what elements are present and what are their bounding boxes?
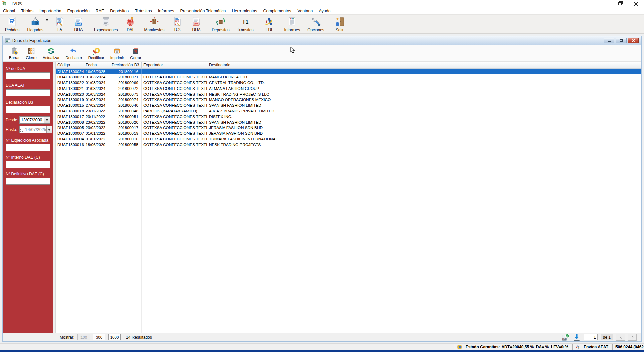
- table-cell: DUAE1800008: [56, 119, 84, 125]
- toolbar-button-i-5[interactable]: I-5I-5: [50, 15, 69, 33]
- page-size-button-300[interactable]: 300: [93, 334, 105, 340]
- table-row[interactable]: DUAE180000701/01/2022201800019COTEXSA CO…: [56, 131, 641, 136]
- window-title: - TVD® -: [8, 1, 25, 6]
- menu-item-depositos[interactable]: Depósitos: [107, 8, 132, 14]
- table-cell: DUAE1800021: [56, 85, 84, 91]
- menu-item-importacion[interactable]: Importación: [36, 8, 64, 14]
- child-minimize-button[interactable]: [604, 38, 614, 43]
- page-number-input[interactable]: [584, 334, 598, 340]
- table-row[interactable]: DUAE180001527/02/2024201800040COTEXSA CO…: [56, 103, 641, 108]
- table-filler: [56, 148, 641, 333]
- child-toolbar-button-actualizar[interactable]: Actualizar: [40, 45, 63, 61]
- export-xls-icon[interactable]: XLS: [561, 333, 570, 341]
- num-definitivo-input[interactable]: [6, 178, 50, 185]
- num-dua-input[interactable]: [6, 72, 50, 79]
- child-close-button[interactable]: [628, 38, 639, 43]
- table-cell: 201800055: [110, 142, 142, 148]
- mouse-cursor: [290, 47, 296, 55]
- table-cell: 201800019: [110, 131, 142, 136]
- menu-item-ayuda[interactable]: Ayuda: [316, 8, 333, 14]
- child-titlebar[interactable]: Duas de Exportación: [3, 36, 641, 45]
- previous-page-button[interactable]: [616, 334, 625, 341]
- hasta-dropdown-button[interactable]: [46, 126, 52, 133]
- num-expedicion-input[interactable]: [6, 144, 50, 151]
- num-interno-input[interactable]: [6, 161, 50, 168]
- table-row[interactable]: DUAE180001723/11/2022201800051COTEXSA CO…: [56, 114, 641, 119]
- table-row[interactable]: DUAE180001901/03/2024201800074COTEXSA CO…: [56, 97, 641, 103]
- table-row[interactable]: DUAE180002001/03/2024201800073COTEXSA CO…: [56, 91, 641, 97]
- table-row[interactable]: DUAE180002201/03/2024201800069COTEXSA CO…: [56, 80, 641, 86]
- toolbar-button-depositos[interactable]: Depósitos: [208, 15, 233, 33]
- column-header-codigo[interactable]: Código: [56, 62, 84, 68]
- child-close-icon: [632, 39, 635, 42]
- table-row[interactable]: DUAE180002416/06/2025201800116: [56, 69, 641, 74]
- toolbar-button-edi[interactable]: EDI: [259, 15, 278, 33]
- desde-dropdown-button[interactable]: [44, 117, 50, 123]
- table-cell: 201800074: [110, 97, 142, 103]
- table-cell: 201800069: [110, 80, 142, 86]
- menu-item-transitos[interactable]: Tránsitos: [132, 8, 155, 14]
- table-row[interactable]: DUAE180001618/06/2020201800055COTEXSA CO…: [56, 142, 641, 148]
- aeat-small-icon: [575, 343, 582, 350]
- toolbar-button-manifiestos[interactable]: Manifiestos: [140, 15, 168, 33]
- num-definitivo-label: Nº Definitivo DAE (C): [6, 172, 50, 176]
- table-cell: A.K.A.Z BRANDS PRIVATE LIMITED: [207, 108, 641, 114]
- toolbar-button-b-3[interactable]: B-3B-3: [168, 15, 187, 33]
- menu-item-herramientas[interactable]: Herramientas: [229, 8, 260, 14]
- column-header-destinatario[interactable]: Destinatario: [207, 62, 641, 68]
- child-window-icon: [5, 38, 10, 43]
- desde-date-picker[interactable]: 13/07/2000: [19, 116, 50, 124]
- toolbar-button-expediciones[interactable]: Expediciones: [90, 15, 121, 33]
- close-button[interactable]: [628, 0, 644, 7]
- toolbar-button-informes[interactable]: Informes: [280, 15, 304, 33]
- dua-aeat-input[interactable]: [6, 89, 50, 96]
- toolbar-button-dae[interactable]: DAE: [121, 15, 140, 33]
- child-toolbar-button-imprimir[interactable]: Imprimir: [107, 45, 127, 61]
- next-page-button[interactable]: [628, 334, 637, 341]
- menu-item-rae[interactable]: RAE: [93, 8, 107, 14]
- table-row[interactable]: DUAE180000523/02/2022201800017COTEXSA CO…: [56, 125, 641, 131]
- child-toolbar-button-rectificar[interactable]: Rectificar: [85, 45, 107, 61]
- toolbar-button-label: Opciones: [307, 27, 324, 32]
- toolbar-button-opciones[interactable]: Opciones: [304, 15, 328, 33]
- column-header-fecha[interactable]: Fecha: [84, 62, 110, 68]
- child-toolbar-button-cierre[interactable]: Cierre: [23, 45, 40, 61]
- child-restore-button[interactable]: [616, 38, 627, 43]
- table-filler-column: [142, 148, 207, 333]
- child-toolbar-button-borrar[interactable]: Borrar: [6, 45, 23, 61]
- table-row[interactable]: DUAE180000401/01/2022201800016COTEXSA CO…: [56, 136, 641, 142]
- toolbar-button-pedidos[interactable]: Pedidos: [1, 15, 23, 33]
- child-toolbar-button-deshacer[interactable]: Deshacer: [63, 45, 85, 61]
- child-toolbar-button-cerrar[interactable]: Cerrar: [127, 45, 144, 61]
- table-cell: MANGO OPERACIONES MEXICO: [207, 97, 641, 103]
- menu-item-informes[interactable]: Informes: [155, 8, 177, 14]
- menu-item-presentacion-telematica[interactable]: Presentación Telemática: [177, 8, 229, 14]
- toolbar-button-llegadas[interactable]: Llegadas: [23, 15, 47, 33]
- declaracion-b3-input[interactable]: [6, 106, 50, 113]
- hasta-date-picker[interactable]: 14/07/2025: [19, 126, 52, 133]
- table-row[interactable]: DUAE180000823/02/2022201800020COTEXSA CO…: [56, 119, 641, 125]
- column-header-exportador[interactable]: Exportador: [142, 62, 207, 68]
- menu-item-exportacion[interactable]: Exportación: [64, 8, 93, 14]
- page-size-button-1000[interactable]: 1000: [108, 334, 121, 340]
- download-icon[interactable]: [573, 333, 581, 341]
- menu-item-ventana[interactable]: Ventana: [294, 8, 316, 14]
- column-header-declaracion-b3[interactable]: Declaración B3: [110, 62, 142, 68]
- dropdown-arrow-icon[interactable]: [46, 19, 48, 21]
- toolbar-button-salir[interactable]: Salir: [330, 15, 349, 33]
- maximize-button[interactable]: [612, 0, 628, 7]
- table-row[interactable]: DUAE180001823/11/2022201800048PARFOIS (B…: [56, 108, 641, 114]
- menu-item-complementos[interactable]: Complementos: [260, 8, 294, 14]
- menu-item-global[interactable]: Global: [0, 8, 18, 14]
- menu-item-tablas[interactable]: Tablas: [18, 8, 36, 14]
- hasta-checkbox[interactable]: [20, 128, 24, 132]
- toolbar-button-dua[interactable]: DUASDUA: [69, 15, 88, 33]
- table-body: DUAE180002416/06/2025201800116DUAE180002…: [56, 69, 641, 148]
- minimize-button[interactable]: [596, 0, 612, 7]
- table-cell: COTEXSA CONFECCIONES TEXTIL SL: [142, 103, 207, 108]
- toolbar-button-transitos[interactable]: T1Tránsitos: [233, 15, 257, 33]
- table-row[interactable]: DUAE180002101/03/2024201800072COTEXSA CO…: [56, 85, 641, 91]
- table-cell: [207, 69, 641, 74]
- table-row[interactable]: DUAE180002301/03/2024201800071COTEXSA CO…: [56, 74, 641, 80]
- toolbar-button-dua[interactable]: DUASDUA: [187, 15, 206, 33]
